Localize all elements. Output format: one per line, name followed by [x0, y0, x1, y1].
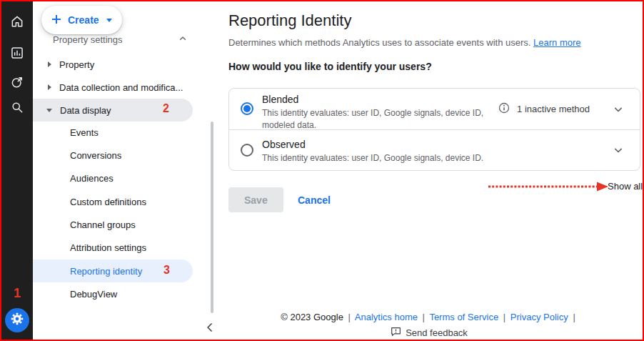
show-all-link[interactable]: Show all	[608, 181, 643, 192]
section-title: Property settings	[53, 34, 123, 45]
analytics-admin-window: Create Property settings Property Data c…	[0, 0, 644, 341]
home-icon[interactable]	[10, 14, 24, 29]
advertising-icon[interactable]	[10, 75, 24, 89]
cancel-button[interactable]: Cancel	[293, 187, 335, 212]
option-row-observed[interactable]: Observed This identity evaluates: user I…	[229, 129, 640, 170]
sidebar-item-channel-groups[interactable]: Channel groups	[33, 213, 193, 236]
radio-blended[interactable]	[241, 102, 253, 115]
reports-icon[interactable]	[10, 46, 24, 60]
footer-separator: |	[501, 312, 508, 322]
sidebar-item-data-collection[interactable]: Data collection and modifica...	[33, 76, 193, 99]
info-icon[interactable]	[498, 102, 510, 117]
plus-icon	[50, 13, 63, 28]
expand-arrow-icon	[48, 84, 51, 90]
gear-icon	[9, 311, 25, 330]
annotation-step-1: 1	[1, 286, 33, 301]
chevron-down-icon[interactable]	[611, 143, 625, 157]
option-text: Blended This identity evaluates: user ID…	[262, 94, 499, 132]
sidebar-item-property[interactable]: Property	[33, 53, 193, 76]
feedback-icon	[391, 327, 401, 339]
sidebar-item-conversions[interactable]: Conversions	[33, 144, 193, 167]
inactive-method-badge: 1 inactive method	[498, 89, 590, 129]
copyright-text: © 2023 Google	[281, 312, 343, 322]
question-heading: How would you like to identify your user…	[228, 61, 432, 72]
radio-observed[interactable]	[241, 144, 253, 157]
page-title: Reporting Identity	[228, 11, 351, 30]
explore-icon[interactable]	[10, 100, 24, 114]
option-description: This identity evaluates: user ID, Google…	[262, 152, 483, 164]
annotation-arrow-icon	[487, 180, 610, 196]
footer-links-line: © 2023 Google | Analytics home | Terms o…	[216, 312, 643, 322]
chevron-down-icon[interactable]	[611, 102, 625, 117]
create-button-label: Create	[68, 14, 99, 26]
learn-more-link[interactable]: Learn more	[533, 37, 580, 48]
terms-of-service-link[interactable]: Terms of Service	[429, 312, 498, 322]
sidebar-scrollbar[interactable]	[211, 122, 213, 313]
tree-item-label: Property	[59, 59, 94, 70]
option-label: Blended	[262, 94, 499, 105]
expand-arrow-icon	[48, 61, 51, 67]
option-text: Observed This identity evaluates: user I…	[262, 139, 483, 164]
create-dropdown-caret-icon	[106, 19, 112, 22]
footer-separator: |	[346, 312, 353, 322]
page-description: Determines which methods Analytics uses …	[228, 37, 581, 48]
admin-sidebar: Create Property settings Property Data c…	[33, 1, 217, 340]
page-description-text: Determines which methods Analytics uses …	[228, 37, 530, 48]
sidebar-item-debugview[interactable]: DebugView	[33, 282, 193, 305]
tree-item-label: Data display	[60, 105, 111, 116]
send-feedback[interactable]: Send feedback	[216, 327, 643, 339]
annotation-step-2: 2	[163, 102, 169, 115]
admin-gear-button[interactable]	[5, 308, 29, 332]
inactive-method-text: 1 inactive method	[517, 104, 590, 114]
section-collapse-chevron-icon[interactable]	[177, 33, 188, 44]
footer-separator: |	[570, 312, 577, 322]
sidebar-item-audiences[interactable]: Audiences	[33, 167, 193, 189]
send-feedback-label: Send feedback	[406, 327, 468, 338]
collapse-arrow-icon	[46, 109, 52, 112]
privacy-policy-link[interactable]: Privacy Policy	[510, 312, 568, 322]
option-row-blended[interactable]: Blended This identity evaluates: user ID…	[229, 89, 640, 129]
create-button[interactable]: Create	[41, 6, 122, 34]
sidebar-collapse-chevron-icon[interactable]	[203, 320, 217, 335]
identity-options-card: Blended This identity evaluates: user ID…	[228, 88, 640, 171]
save-button[interactable]: Save	[228, 187, 283, 212]
footer-separator: |	[421, 312, 427, 322]
analytics-home-link[interactable]: Analytics home	[355, 312, 418, 322]
option-description: This identity evaluates: user ID, Google…	[262, 107, 499, 132]
sidebar-item-events[interactable]: Events	[33, 121, 193, 144]
footer: © 2023 Google | Analytics home | Terms o…	[216, 312, 643, 339]
sidebar-item-custom-definitions[interactable]: Custom definitions	[33, 190, 193, 213]
option-label: Observed	[262, 139, 483, 150]
tree-item-label: Data collection and modifica...	[59, 82, 183, 93]
sidebar-item-attribution-settings[interactable]: Attribution settings	[33, 236, 193, 259]
annotation-step-3: 3	[163, 264, 170, 277]
